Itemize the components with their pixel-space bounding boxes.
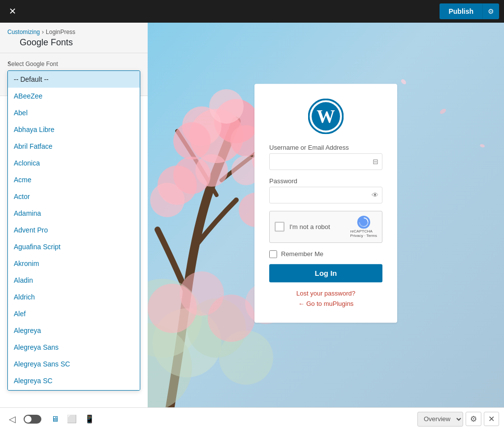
username-label: Username or Email Address (269, 144, 382, 151)
wp-logo: W (269, 99, 382, 134)
font-dropdown-item[interactable]: Alex Brush (8, 389, 140, 391)
preview-area: W Username or Email Address ⊟ Password 👁… (148, 23, 504, 407)
svg-text:W: W (316, 106, 335, 127)
bottom-settings-button[interactable]: ⚙ (466, 412, 481, 426)
font-dropdown-item[interactable]: Abel (8, 104, 140, 121)
svg-point-5 (173, 122, 211, 160)
username-icon: ⊟ (373, 158, 378, 165)
font-dropdown-item[interactable]: Advent Pro (8, 222, 140, 238)
password-label: Password (269, 177, 382, 185)
undo-button[interactable]: ◁ (5, 411, 20, 427)
cherry-background: W Username or Email Address ⊟ Password 👁… (148, 23, 504, 407)
desktop-button[interactable]: 🖥 (48, 412, 63, 426)
bottom-right: Overview ⚙ ✕ (417, 412, 499, 427)
breadcrumb: Customizing › LoginPress (7, 29, 140, 35)
remember-me-row: Remember Me (269, 250, 382, 258)
login-links: Lost your password? ← Go to muPlugins (269, 290, 382, 307)
toggle-thumb (25, 416, 32, 423)
remember-me-label: Remember Me (281, 250, 323, 258)
remember-me-checkbox[interactable] (269, 250, 277, 258)
username-input[interactable] (269, 153, 382, 170)
password-input-wrap: 👁 (269, 187, 382, 203)
font-dropdown-item[interactable]: ABeeZee (8, 88, 140, 104)
font-dropdown-item[interactable]: Actor (8, 188, 140, 205)
login-card: W Username or Email Address ⊟ Password 👁… (254, 84, 397, 323)
font-dropdown-item[interactable]: Acme (8, 171, 140, 188)
font-dropdown-item[interactable]: Aguafina Script (8, 238, 140, 255)
breadcrumb-current: LoginPress (46, 29, 75, 35)
font-dropdown: -- Default --ABeeZeeAbelAbhaya LibreAbri… (7, 70, 140, 391)
publish-button[interactable]: Publish (440, 3, 482, 19)
font-dropdown-item[interactable]: Alegreya Sans SC (8, 356, 140, 372)
publish-area: Publish ⚙ (440, 3, 499, 19)
font-dropdown-item[interactable]: Alef (8, 305, 140, 322)
sidebar: ‹ Customizing › LoginPress Google Fonts … (0, 23, 148, 407)
font-select-label: Select Google Font (7, 61, 140, 67)
settings-gear-button[interactable]: ⚙ (482, 3, 499, 19)
font-dropdown-item[interactable]: Abril Fatface (8, 138, 140, 155)
font-dropdown-item[interactable]: Akronim (8, 255, 140, 272)
device-icons: 🖥 ⬜ 📱 (48, 412, 98, 426)
recaptcha-checkbox[interactable] (275, 222, 284, 232)
login-button[interactable]: Log In (269, 264, 382, 282)
password-eye-icon: 👁 (372, 191, 378, 199)
close-preview-button[interactable]: ✕ (484, 412, 499, 426)
font-dropdown-item[interactable]: Alegreya (8, 322, 140, 339)
top-bar: ✕ Publish ⚙ (0, 0, 504, 23)
main-content: ‹ Customizing › LoginPress Google Fonts … (0, 23, 504, 407)
font-dropdown-item[interactable]: Aclonica (8, 155, 140, 171)
recaptcha-text: I'm not a robot (289, 223, 330, 231)
password-input[interactable] (269, 187, 382, 203)
back-button[interactable]: ‹ (5, 56, 13, 69)
sidebar-title: Google Fonts (7, 37, 140, 48)
recaptcha-logo: reCAPTCHAPrivacy · Terms (350, 215, 377, 238)
svg-point-4 (209, 89, 244, 124)
mobile-button[interactable]: 📱 (81, 412, 98, 426)
font-dropdown-item[interactable]: Alegreya SC (8, 372, 140, 389)
wordpress-icon: W (308, 99, 344, 134)
tablet-button[interactable]: ⬜ (63, 412, 80, 426)
toggle-track[interactable] (24, 415, 41, 424)
go-to-plugins-link[interactable]: ← Go to muPlugins (269, 300, 382, 307)
font-select-wrapper: -- Default -- ▾ -- Default --ABeeZeeAbel… (7, 70, 140, 88)
font-dropdown-item[interactable]: Aldrich (8, 289, 140, 305)
font-select-section: Select Google Font -- Default -- ▾ -- De… (0, 53, 148, 96)
font-dropdown-item[interactable]: Aladin (8, 272, 140, 289)
username-input-wrap: ⊟ (269, 153, 382, 170)
lost-password-link[interactable]: Lost your password? (269, 290, 382, 297)
font-dropdown-item[interactable]: Adamina (8, 205, 140, 222)
font-dropdown-item[interactable]: Abhaya Libre (8, 121, 140, 138)
font-dropdown-item[interactable]: Alegreya Sans (8, 339, 140, 356)
font-dropdown-item[interactable]: -- Default -- (8, 71, 140, 88)
recaptcha-icon (357, 215, 371, 229)
close-button[interactable]: ✕ (5, 4, 20, 19)
recaptcha-box: I'm not a robot reCAPTCHAPrivacy · Terms (269, 211, 382, 243)
overview-select[interactable]: Overview (417, 412, 463, 427)
breadcrumb-separator: › (42, 29, 44, 35)
toggle-switch[interactable] (24, 415, 41, 424)
sidebar-header: ‹ Customizing › LoginPress Google Fonts (0, 23, 148, 53)
svg-point-10 (195, 154, 228, 187)
breadcrumb-parent[interactable]: Customizing (7, 29, 40, 35)
bottom-bar: ◁ 🖥 ⬜ 📱 Overview ⚙ ✕ (0, 407, 504, 430)
